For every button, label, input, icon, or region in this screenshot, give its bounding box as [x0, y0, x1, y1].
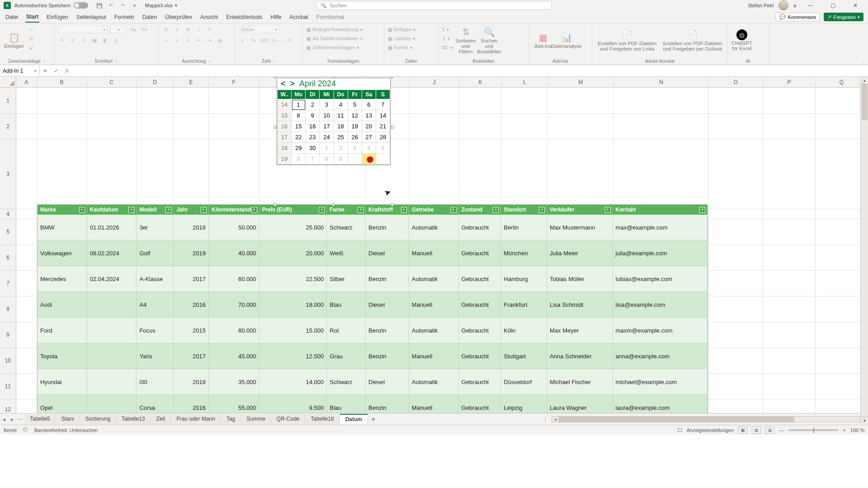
row-header[interactable]: 9 [0, 322, 16, 348]
cell[interactable] [763, 348, 816, 374]
calendar-day[interactable]: 29 [292, 143, 306, 154]
accessibility-status[interactable]: Barrierefreiheit: Untersuchen [34, 427, 98, 433]
table-cell[interactable]: 2016 [174, 395, 209, 413]
calendar-day[interactable]: 14 [376, 110, 390, 121]
accept-formula-icon[interactable]: ✓ [51, 68, 61, 74]
table-cell[interactable]: Focus [137, 318, 174, 343]
table-cell[interactable]: 3er [137, 215, 174, 240]
filter-icon[interactable]: ▾ [451, 207, 457, 213]
calendar-day[interactable]: 20 [362, 121, 376, 132]
cell[interactable] [763, 245, 816, 271]
calendar-day[interactable]: 4 [334, 99, 348, 110]
cell[interactable] [548, 114, 614, 139]
calendar-day[interactable]: 11 [334, 110, 348, 121]
horizontal-scrollbar[interactable]: ⋮ ◂ ▸ [542, 416, 868, 422]
table-row[interactable]: BMW01.01.20263er201850.00025.000SchwarzB… [38, 215, 708, 240]
cell[interactable] [16, 219, 37, 245]
table-cell[interactable]: Benzin [366, 215, 409, 240]
cell[interactable] [548, 139, 614, 209]
cell[interactable] [709, 348, 763, 374]
table-cell[interactable]: München [501, 240, 547, 266]
filter-icon[interactable]: ▾ [493, 207, 499, 213]
tab-insert[interactable]: Einfügen [46, 12, 69, 22]
cell[interactable] [548, 88, 614, 114]
launcher-icon[interactable]: ↘ [273, 59, 276, 63]
calendar-day[interactable]: 18 [334, 121, 348, 132]
cell[interactable] [16, 296, 37, 322]
comments-button[interactable]: 💬 Kommentare [775, 13, 820, 21]
table-cell[interactable]: Grau [327, 343, 366, 369]
sheet-tab[interactable]: Stars [56, 414, 80, 424]
next-month-button[interactable]: > [290, 79, 295, 89]
document-name[interactable]: Mappe3.xlsx ▾ [145, 3, 177, 8]
row-header[interactable]: 8 [0, 296, 16, 322]
tab-formulas[interactable]: Formeln [113, 12, 135, 22]
table-cell[interactable]: 08.02.2024 [87, 240, 137, 266]
calendar-day[interactable]: 9 [306, 110, 320, 121]
calendar-day[interactable]: 5 [348, 99, 362, 110]
table-cell[interactable]: Diesel [366, 292, 409, 318]
scroll-up-icon[interactable]: ▴ [861, 77, 868, 84]
table-cell[interactable]: Manuell [409, 343, 459, 369]
table-header[interactable]: Preis (EUR)▾ [259, 205, 327, 215]
cell[interactable] [709, 88, 763, 114]
view-normal-icon[interactable]: ▦ [738, 427, 747, 434]
calendar-day[interactable]: 24 [320, 132, 334, 143]
table-row[interactable]: Mercedes02.04.2024A-Klasse201760.00022.5… [38, 266, 708, 292]
number-format-combo[interactable]: Datum▾ [239, 25, 279, 33]
launcher-icon[interactable]: ↘ [114, 59, 118, 63]
acrobat-pdf-outlook-button[interactable]: 📄Erstellen von PDF-Dateien und Freigeben… [661, 25, 724, 55]
tab-developer[interactable]: Entwicklertools [225, 12, 263, 22]
indent-inc-icon[interactable]: ⇥ [205, 36, 213, 44]
calendar-day[interactable]: 6 [292, 154, 306, 164]
calendar-day[interactable]: 5 [376, 143, 390, 154]
sheet-tab[interactable]: Zeit [151, 414, 171, 424]
calendar-day[interactable]: 21 [376, 121, 390, 132]
tab-shapeformat[interactable]: Formformat [316, 12, 345, 22]
cell[interactable] [709, 219, 763, 245]
row-header[interactable]: 7 [0, 271, 16, 296]
col-header[interactable]: D [137, 77, 174, 87]
tab-review[interactable]: Überprüfen [164, 12, 193, 22]
row-header[interactable]: 11 [0, 374, 16, 399]
align-bottom-icon[interactable]: ⟱ [184, 25, 192, 33]
table-header[interactable]: Modell▾ [137, 205, 174, 215]
table-cell[interactable]: Julia Meier [547, 240, 613, 266]
calendar-day[interactable]: 2 [334, 143, 348, 154]
table-cell[interactable]: 12.500 [259, 343, 327, 369]
table-cell[interactable]: 9.500 [259, 395, 327, 413]
currency-icon[interactable]: € [239, 36, 247, 44]
cell[interactable] [410, 139, 459, 209]
calendar-day[interactable]: 16 [306, 121, 320, 132]
table-cell[interactable]: BMW [38, 215, 87, 240]
cell[interactable] [709, 296, 763, 322]
cell[interactable] [709, 139, 763, 209]
row-header[interactable]: 6 [0, 245, 16, 271]
col-header[interactable]: F [209, 77, 259, 87]
table-cell[interactable]: Ford [38, 318, 87, 343]
table-cell[interactable]: tobias@example.com [613, 266, 708, 292]
diamond-icon[interactable]: ◈ [793, 3, 797, 9]
cell[interactable] [410, 88, 459, 114]
cell[interactable] [763, 271, 816, 296]
table-cell[interactable]: Diesel [366, 240, 409, 266]
tab-data[interactable]: Daten [142, 12, 158, 22]
sort-filter-button[interactable]: ⇅Sortieren und Filtern [455, 25, 476, 55]
display-settings[interactable]: Anzeigeeinstellungen [687, 427, 734, 433]
prev-month-button[interactable]: < [281, 79, 286, 89]
calendar-day[interactable] [362, 154, 376, 164]
underline-button[interactable]: U [80, 36, 88, 44]
calendar-day[interactable]: 3 [320, 99, 334, 110]
table-cell[interactable]: Automatik [409, 369, 459, 395]
cell[interactable] [763, 139, 816, 209]
table-cell[interactable]: Silber [327, 266, 366, 292]
cell[interactable] [709, 271, 763, 296]
row-header[interactable]: 1 [0, 88, 16, 114]
table-cell[interactable]: Manuell [409, 292, 459, 318]
view-pagebreak-icon[interactable]: ▥ [765, 427, 774, 434]
col-header[interactable]: B [37, 77, 87, 87]
clear-button[interactable]: ⌦▾ [442, 43, 453, 52]
calendar-day[interactable]: 23 [306, 132, 320, 143]
cell[interactable] [709, 399, 763, 413]
table-cell[interactable]: Toyota [38, 343, 87, 369]
